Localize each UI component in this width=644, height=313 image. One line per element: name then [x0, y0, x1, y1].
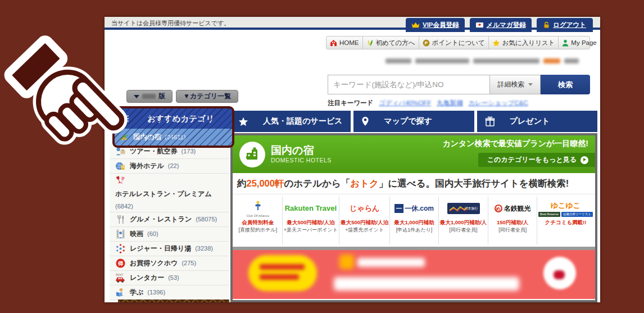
- search-input[interactable]: [328, 75, 490, 94]
- banner-titles: 国内の宿 DOMESTIC HOTELS: [271, 145, 332, 164]
- category-count: (53): [168, 274, 179, 282]
- bargain-icon: 得: [115, 258, 126, 269]
- category-count: (3238): [195, 244, 213, 253]
- domestic-hotel-label: 国内の宿: [133, 133, 161, 142]
- featured-keywords-label: 注目キーワード: [328, 99, 373, 107]
- vip-register-tab[interactable]: VIP会員登録: [406, 18, 465, 32]
- logout-label: ログアウト: [553, 21, 586, 29]
- search-button-label: 検索: [558, 80, 573, 90]
- partner-benefit: 最大500円補助/人泊: [341, 219, 388, 226]
- category-item-rentacar[interactable]: RENT レンタカー (53): [110, 271, 229, 285]
- meitetsu-logo: め名鉄観光: [495, 204, 531, 214]
- nav-mypage[interactable]: My Page: [559, 37, 600, 49]
- category-count: (275): [182, 259, 196, 267]
- category-label: レジャー・日帰り湯: [130, 244, 191, 253]
- category-item-learn[interactable]: 学ぶ (1396): [110, 285, 229, 300]
- partner-jalan[interactable]: じゃらん 最大500円補助/人泊 +提携先ポイント: [339, 197, 390, 244]
- partner-cluboff[interactable]: Club Off Alliance 会員特別料金 [直接契約ホテル]: [234, 197, 283, 244]
- point-coin-icon: P: [423, 39, 430, 47]
- gourmet-icon: [115, 214, 126, 225]
- logout-tab[interactable]: ログアウト: [537, 18, 593, 32]
- nav-points-label: ポイントについて: [432, 39, 485, 47]
- nav-home[interactable]: HOME: [326, 37, 363, 49]
- advanced-search-label: 詳細検索: [498, 80, 525, 89]
- tab-present[interactable]: プレゼント: [477, 111, 597, 132]
- triangle-down-icon: [134, 95, 139, 98]
- nav-favorites[interactable]: お気に入りリスト: [489, 37, 559, 49]
- headline-part: のホテルから「: [284, 178, 350, 190]
- edition-dropdown-button[interactable]: 版: [126, 90, 173, 103]
- nav-beginner[interactable]: 初めての方へ: [363, 37, 419, 49]
- partner-benefit: 最大1,000円補助/人: [440, 219, 487, 226]
- headline-part: 約: [237, 178, 247, 190]
- category-item-hotel-restaurant[interactable]: ホテルレストラン・プレミアム (6842): [110, 174, 229, 212]
- partner-meitetsu[interactable]: め名鉄観光 150円補助/人 [同行者全員]: [488, 197, 537, 244]
- mailmag-register-tab[interactable]: メルマガ登録: [470, 18, 532, 32]
- sidebar-controls: 版 ▼カテゴリ一覧: [126, 90, 238, 103]
- category-item-leisure[interactable]: レジャー・日帰り湯 (3238): [110, 242, 229, 256]
- keyword-link[interactable]: カレーショップC&C: [468, 99, 528, 107]
- category-item-overseas-hotel[interactable]: 海外ホテル (22): [110, 159, 229, 174]
- keyword-link[interactable]: ゴディバ40%OFF: [379, 99, 431, 107]
- tab-present-label: プレゼント: [510, 116, 550, 126]
- recommended-category-block: おすすめカテゴリ 国内の宿 (24611): [112, 106, 234, 148]
- gift-icon: [485, 116, 495, 126]
- category-item-gourmet[interactable]: グルメ・レストラン (58075): [110, 212, 229, 227]
- chevron-down-icon: [528, 83, 533, 86]
- tab-popular-services[interactable]: 人気・話題のサービス: [230, 111, 351, 132]
- arrow-circle-icon: [580, 156, 588, 164]
- cluboff-logo: Club Off Alliance: [247, 198, 270, 219]
- rentacar-icon: RENT: [115, 273, 126, 283]
- nav-favorites-label: お気に入りリスト: [502, 39, 555, 47]
- category-count: (6842): [115, 202, 133, 211]
- tab-map-search[interactable]: マップで探す: [353, 111, 474, 132]
- category-item-domestic-hotel[interactable]: 国内の宿 (24611): [115, 129, 232, 146]
- category-label: レンタカー: [130, 273, 164, 282]
- category-label: 映画: [130, 229, 143, 238]
- svg-text:P: P: [424, 40, 428, 46]
- learn-icon: [115, 287, 126, 298]
- promo-text-line2: [334, 277, 519, 291]
- nav-points[interactable]: P ポイントについて: [419, 37, 489, 49]
- screenshot-stage: 当サイトは会員様専用優待サービスです。 VIP会員登録 メルマガ登録 ログアウト…: [0, 0, 644, 313]
- category-count: (173): [182, 147, 196, 156]
- global-nav: HOME 初めての方へ P ポイントについて お気に入りリスト My Page: [326, 36, 590, 49]
- partner-ikkyu[interactable]: 一一休.com 最大1,000円補助 [申込1件あたり]: [390, 197, 439, 244]
- advanced-search-button[interactable]: 詳細検索: [490, 75, 541, 94]
- banner-right: カンタン検索で最安値プランが一目瞭然! このカテゴリーをもっと見る: [410, 139, 595, 167]
- jalan-logo: じゃらん: [350, 203, 379, 214]
- category-label: グルメ・レストラン: [130, 215, 192, 224]
- edition-redacted: [142, 94, 156, 99]
- domestic-hotel-count: (24611): [165, 134, 185, 140]
- partner-note: [同行者全員]: [450, 226, 478, 234]
- partner-yukoyuko[interactable]: ゆこゆこ Best Reserve 近畿日本ツーリスト クチコミも満載!!: [537, 197, 594, 244]
- promo-price-bubble: [248, 255, 317, 291]
- cluboff-logo-text: Club Off Alliance: [247, 214, 270, 217]
- category-list-dropdown-button[interactable]: ▼カテゴリ一覧: [176, 90, 238, 103]
- svg-text:得: 得: [117, 260, 124, 266]
- hotel-restaurant-icon: [115, 175, 126, 185]
- domestic-hotels-banner: 国内の宿 DOMESTIC HOTELS カンタン検索で最安値プランが一目瞭然!…: [233, 135, 595, 173]
- category-item-movie[interactable]: 映画 (60): [110, 227, 229, 242]
- search-button[interactable]: 検索: [541, 75, 590, 94]
- partner-rakuten-travel[interactable]: Rakuten Travel 最大500円補助/人泊 +楽天スーパーポイント: [283, 197, 340, 244]
- partner-note: +提携先ポイント: [345, 226, 384, 234]
- search-bar: 詳細検索 検索: [328, 75, 590, 94]
- category-list-label: ▼カテゴリ一覧: [183, 92, 231, 101]
- see-more-label: このカテゴリーをもっと見る: [487, 155, 577, 165]
- see-more-category-button[interactable]: このカテゴリーをもっと見る: [478, 153, 595, 167]
- banner-title: 国内の宿: [271, 145, 332, 157]
- list-icon: [119, 115, 129, 123]
- recommended-header-label: おすすめカテゴリ: [129, 114, 232, 124]
- leisure-icon: [115, 243, 126, 254]
- partner-benefit: 最大1,000円補助: [394, 219, 434, 226]
- partner-nihon-ryoko[interactable]: 日本旅行 最大1,000円補助/人 [同行者全員]: [439, 197, 488, 244]
- promo-text-line1: [357, 258, 425, 267]
- sidebar-promo-banner[interactable]: [118, 300, 229, 302]
- recommended-category-header[interactable]: おすすめカテゴリ: [115, 108, 232, 129]
- keyword-link[interactable]: 丸亀製麺: [437, 99, 462, 107]
- category-count: (60): [147, 230, 158, 238]
- star-icon: [238, 117, 248, 126]
- promo-banner-blurred[interactable]: [233, 250, 595, 299]
- category-item-bargain[interactable]: 得 お買得ソクホウ (275): [110, 256, 229, 271]
